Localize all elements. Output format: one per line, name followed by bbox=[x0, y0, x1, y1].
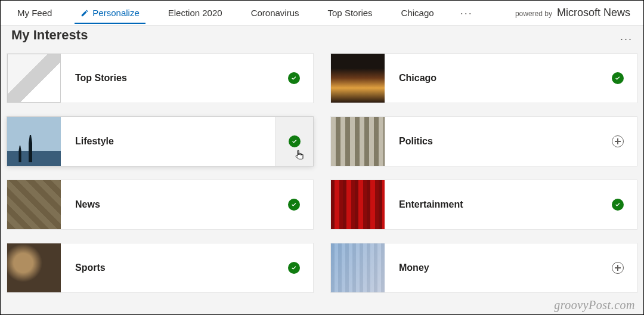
check-icon bbox=[612, 72, 624, 84]
branding: powered by Microsoft News bbox=[515, 7, 640, 19]
interest-toggle[interactable] bbox=[275, 180, 313, 229]
interest-thumbnail bbox=[7, 117, 61, 166]
header-more-button[interactable]: ··· bbox=[620, 33, 633, 45]
interests-grid: Top Stories Chicago Lifestyle bbox=[1, 52, 643, 293]
interest-label: Top Stories bbox=[61, 54, 275, 103]
interest-card-politics[interactable]: Politics bbox=[330, 116, 637, 166]
check-icon bbox=[288, 72, 300, 84]
interest-label: News bbox=[61, 180, 275, 229]
nav-item-coronavirus[interactable]: Coronavirus bbox=[245, 2, 305, 24]
interest-thumbnail bbox=[331, 180, 385, 229]
interest-toggle[interactable] bbox=[275, 54, 313, 103]
nav-item-chicago[interactable]: Chicago bbox=[395, 2, 440, 24]
check-icon bbox=[289, 135, 301, 147]
nav-item-top-stories[interactable]: Top Stories bbox=[322, 2, 379, 24]
branding-product: Microsoft News bbox=[557, 7, 630, 19]
interest-thumbnail bbox=[7, 54, 61, 103]
interest-label: Lifestyle bbox=[61, 117, 275, 166]
more-icon: ··· bbox=[620, 33, 633, 45]
nav-label: Personalize bbox=[92, 8, 139, 18]
nav-label: My Feed bbox=[17, 8, 52, 18]
interest-thumbnail bbox=[331, 243, 385, 292]
interest-card-money[interactable]: Money bbox=[330, 243, 637, 293]
interest-card-chicago[interactable]: Chicago bbox=[330, 53, 637, 103]
nav-item-election-2020[interactable]: Election 2020 bbox=[162, 2, 228, 24]
interest-label: Sports bbox=[61, 243, 275, 292]
interest-toggle[interactable] bbox=[599, 54, 637, 103]
interest-thumbnail bbox=[7, 243, 61, 292]
interest-label: Money bbox=[385, 243, 599, 292]
interest-card-top-stories[interactable]: Top Stories bbox=[7, 53, 314, 103]
pencil-icon bbox=[80, 9, 89, 17]
interest-toggle[interactable] bbox=[275, 243, 313, 292]
nav-label: Coronavirus bbox=[251, 8, 299, 18]
interest-toggle[interactable] bbox=[599, 243, 637, 292]
interest-card-news[interactable]: News bbox=[7, 180, 314, 230]
watermark: groovyPost.com bbox=[554, 298, 635, 312]
check-icon bbox=[288, 199, 300, 211]
interest-label: Chicago bbox=[385, 54, 599, 103]
interest-label: Entertainment bbox=[385, 180, 599, 229]
interest-label: Politics bbox=[385, 117, 599, 166]
interest-thumbnail bbox=[331, 117, 385, 166]
check-icon bbox=[612, 199, 624, 211]
plus-icon bbox=[612, 135, 624, 147]
interest-card-sports[interactable]: Sports bbox=[7, 243, 314, 293]
interest-thumbnail bbox=[7, 180, 61, 229]
interest-toggle[interactable] bbox=[275, 117, 313, 166]
page-title: My Interests bbox=[11, 29, 88, 42]
nav-item-my-feed[interactable]: My Feed bbox=[11, 2, 58, 24]
interest-toggle[interactable] bbox=[599, 180, 637, 229]
nav-more-button[interactable]: ··· bbox=[457, 8, 476, 18]
nav-item-personalize[interactable]: Personalize bbox=[75, 2, 145, 24]
interest-card-entertainment[interactable]: Entertainment bbox=[330, 180, 637, 230]
interest-thumbnail bbox=[331, 54, 385, 103]
nav-label: Top Stories bbox=[328, 8, 373, 18]
interest-card-lifestyle[interactable]: Lifestyle bbox=[7, 116, 314, 166]
nav-label: Election 2020 bbox=[168, 8, 222, 18]
page-header: My Interests ··· bbox=[1, 26, 643, 52]
interest-toggle[interactable] bbox=[599, 117, 637, 166]
more-icon: ··· bbox=[460, 7, 473, 19]
nav-label: Chicago bbox=[401, 8, 434, 18]
top-nav: My Feed Personalize Election 2020 Corona… bbox=[1, 1, 643, 26]
plus-icon bbox=[612, 262, 624, 274]
check-icon bbox=[288, 262, 300, 274]
branding-powered-by: powered by bbox=[515, 10, 552, 18]
